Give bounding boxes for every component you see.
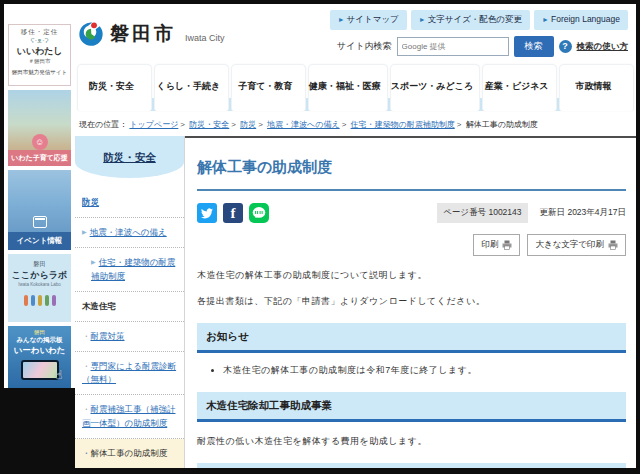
- arrow-right-icon: ►: [338, 16, 345, 23]
- site-name: 磐田市: [110, 21, 176, 47]
- page-number: ページ番号 1002143: [437, 203, 527, 223]
- twitter-share-icon[interactable]: [197, 203, 217, 223]
- breadcrumb-link-taishin-hojo[interactable]: 住宅・建築物の耐震補助制度: [351, 120, 455, 129]
- sidebar-item-taishin-shindan[interactable]: 専門家による耐震診断（無料）: [75, 352, 184, 395]
- nav-tab-sports[interactable]: スポーツ・みどころ: [390, 64, 480, 111]
- printer-icon: [502, 240, 512, 250]
- site-search: サイト内検索 検索 ? 検索の使い方: [337, 36, 628, 57]
- banner-kosodate-label: いわた子育て応援: [8, 150, 71, 166]
- banner-event-info[interactable]: イベント情報: [8, 170, 71, 250]
- list-item: 木造住宅の解体工事の助成制度は令和7年度に終了します。: [223, 364, 626, 377]
- iwata-city-mark-icon: [77, 20, 105, 48]
- section-heading-oshirase: お知らせ: [197, 323, 626, 353]
- breadcrumb-link-home[interactable]: トップページ: [129, 120, 178, 129]
- sidebar-item-hokyou-kouji[interactable]: 耐震補強工事（補強計画一体型）の助成制度: [75, 395, 184, 438]
- banner-lab-top: 磐田: [8, 260, 71, 269]
- sidebar-item-taishin-taisaku[interactable]: 耐震対策: [75, 322, 184, 352]
- oshirase-list: 木造住宅の解体工事の助成制度は令和7年度に終了します。: [223, 364, 626, 377]
- side-menu-list: 防災 地震・津波への備え 住宅・建築物の耐震補助制度 木造住宅 耐震対策 専門家…: [75, 188, 184, 468]
- sidebar-heading-mokuzou: 木造住宅: [75, 292, 184, 322]
- site-header: 磐田市 Iwata City ►サイトマップ ►文字サイズ・配色の変更 ►For…: [75, 4, 636, 57]
- line-share-icon[interactable]: [249, 203, 269, 223]
- site-name-en: Iwata City: [185, 33, 225, 43]
- sidebar-item-bousai[interactable]: 防災: [75, 188, 184, 218]
- banner-iiwatashi-caption: 磐田市魅力発信サイト: [9, 69, 70, 76]
- help-question-icon: ?: [559, 40, 572, 53]
- calendar-icon: [33, 216, 47, 228]
- nav-tab-kosodate[interactable]: 子育て・教育: [231, 64, 306, 111]
- intro-paragraph-2: 各提出書類は、下記の「申請書」よりダウンロードしてください。: [197, 295, 626, 308]
- banner-lab-subtitle: Iwata Kokokara Labo: [8, 282, 71, 287]
- main-content: 解体工事の助成制度 f ページ番号 1002143 更新日: [185, 136, 636, 468]
- sidebar-item-kaitai-current[interactable]: 解体工事の助成制度: [75, 439, 184, 468]
- breadcrumb: 現在の位置： トップページ> 防災・安全> 防災> 地震・津波への備え> 住宅・…: [75, 111, 636, 136]
- banner-board-top: 磐田: [8, 329, 71, 336]
- printer-icon: [608, 240, 618, 250]
- josei-jigyou-body: 耐震性の低い木造住宅を解体する費用を助成します。: [197, 435, 626, 448]
- nav-tab-shisei[interactable]: 市政情報: [559, 64, 634, 111]
- banner-event-label: イベント情報: [8, 232, 71, 250]
- arrow-right-icon: ►: [419, 16, 426, 23]
- nav-tab-bousai-anzen[interactable]: 防災・安全: [77, 64, 152, 111]
- nav-tab-kenkou[interactable]: 健康・福祉・医療: [308, 64, 388, 111]
- main-column: 磐田市 Iwata City ►サイトマップ ►文字サイズ・配色の変更 ►For…: [75, 4, 636, 468]
- breadcrumb-link-bousai-anzen[interactable]: 防災・安全: [189, 120, 229, 129]
- banner-iiwatashi-tag: ＃磐田市: [9, 58, 70, 65]
- browser-page: 移住・定住 ʕ·ᴥ·ʔ いいわたし ＃磐田市 磐田市魅力発信サイト ☺ いわた子…: [4, 4, 636, 468]
- search-input[interactable]: [397, 37, 509, 56]
- print-large-button[interactable]: 大きな文字で印刷: [527, 234, 626, 256]
- utility-links: ►サイトマップ ►文字サイズ・配色の変更 ►Foreign Language: [330, 10, 628, 30]
- meta-row: f ページ番号 1002143 更新日 2023年4月17日: [197, 203, 626, 223]
- header-utilities: ►サイトマップ ►文字サイズ・配色の変更 ►Foreign Language サ…: [330, 10, 628, 57]
- section-heading-chuui: 注意事項: [197, 463, 626, 468]
- title-divider: [197, 189, 626, 191]
- banner-bulletin-board[interactable]: 磐田 みんなの掲示板 いーわいわた ☝: [8, 326, 71, 388]
- print-row: 印刷 大きな文字で印刷: [197, 234, 626, 256]
- page-title: 解体工事の助成制度: [197, 158, 626, 177]
- banner-kokokara-lab[interactable]: 磐田 ここからラボ Iwata Kokokara Labo: [8, 254, 71, 322]
- people-icons: [8, 295, 71, 306]
- banner-iiwatashi-title: いいわたし: [9, 45, 70, 58]
- facebook-share-icon[interactable]: f: [223, 203, 243, 223]
- smile-face-icon: ☺: [32, 134, 48, 150]
- left-banner-column: 移住・定住 ʕ·ᴥ·ʔ いいわたし ＃磐田市 磐田市魅力発信サイト ☺ いわた子…: [4, 4, 75, 468]
- page-meta: ページ番号 1002143 更新日 2023年4月17日: [437, 203, 626, 223]
- updated-date: 更新日 2023年4月17日: [540, 207, 626, 219]
- side-menu-title-link[interactable]: 防災・安全: [103, 151, 156, 163]
- arrow-right-icon: ►: [542, 16, 549, 23]
- share-buttons: f: [197, 203, 269, 223]
- global-nav: 防災・安全 くらし・手続き 子育て・教育 健康・福祉・医療 スポーツ・みどころ …: [75, 64, 636, 111]
- search-button[interactable]: 検索: [514, 36, 554, 57]
- banner-kosodate-ouen[interactable]: ☺ いわた子育て応援: [8, 90, 71, 166]
- section-heading-josei-jigyou: 木造住宅除却工事助成事業: [197, 392, 626, 422]
- text-size-link[interactable]: ►文字サイズ・配色の変更: [411, 10, 530, 30]
- sidebar-item-taishin-hojo[interactable]: 住宅・建築物の耐震補助制度: [75, 248, 184, 291]
- nav-tab-sangyou[interactable]: 産業・ビジネス: [482, 64, 557, 111]
- breadcrumb-prefix: 現在の位置：: [79, 120, 127, 129]
- side-menu: 防災・安全 防災 地震・津波への備え 住宅・建築物の耐震補助制度 木造住宅 耐震…: [75, 136, 185, 468]
- content-row: 防災・安全 防災 地震・津波への備え 住宅・建築物の耐震補助制度 木造住宅 耐震…: [75, 136, 636, 468]
- intro-paragraph-1: 木造住宅の解体工事の助成制度について説明します。: [197, 269, 626, 282]
- breadcrumb-link-bousai[interactable]: 防災: [240, 120, 256, 129]
- search-help-link[interactable]: 検索の使い方: [577, 41, 628, 53]
- banner-iiwatashi[interactable]: 移住・定住 ʕ·ᴥ·ʔ いいわたし ＃磐田市 磐田市魅力発信サイト: [8, 24, 71, 86]
- breadcrumb-current: 解体工事の助成制度: [466, 120, 538, 129]
- search-label: サイト内検索: [337, 40, 392, 53]
- hand-cursor-icon: ☝: [55, 368, 62, 382]
- print-button[interactable]: 印刷: [473, 234, 520, 256]
- sidebar-item-jishin-tsunami[interactable]: 地震・津波への備え: [75, 218, 184, 248]
- banner-board-title: いーわいわた: [8, 345, 71, 357]
- side-menu-header: 防災・安全: [75, 136, 184, 178]
- site-logo[interactable]: 磐田市 Iwata City: [77, 10, 225, 57]
- foreign-language-link[interactable]: ►Foreign Language: [534, 10, 628, 30]
- nav-tab-kurashi[interactable]: くらし・手続き: [154, 64, 229, 111]
- breadcrumb-link-jishin[interactable]: 地震・津波への備え: [267, 120, 340, 129]
- sitemap-link[interactable]: ►サイトマップ: [330, 10, 407, 30]
- nav-tabs: 防災・安全 くらし・手続き 子育て・教育 健康・福祉・医療 スポーツ・みどころ …: [77, 64, 634, 111]
- banner-lab-title: ここからラボ: [8, 269, 71, 282]
- banner-board-mid: みんなの掲示板: [8, 336, 71, 345]
- tablet-icon: ☝: [21, 360, 59, 380]
- iiwatashi-doodle-icon: ʕ·ᴥ·ʔ: [9, 37, 70, 45]
